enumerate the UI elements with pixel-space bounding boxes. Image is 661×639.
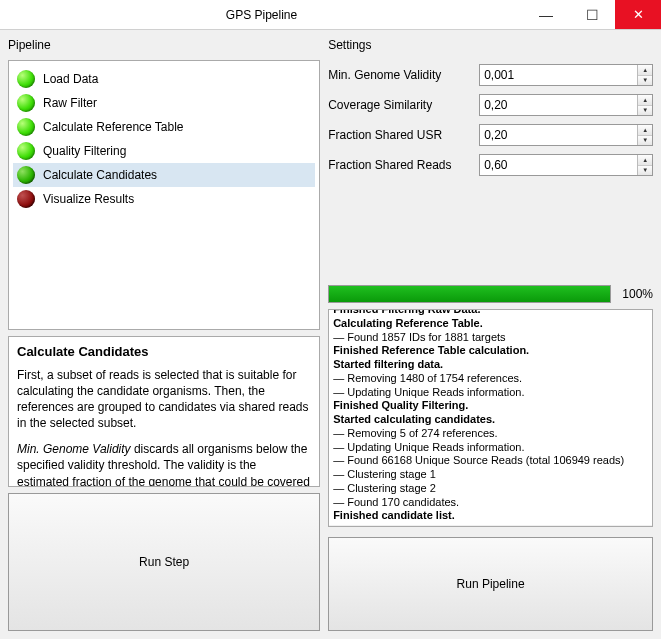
log-line: — Found 66168 Unique Source Reads (total…: [333, 454, 648, 468]
log-line: Finished Filtering Raw Data.: [333, 309, 648, 317]
desc-em-validity: Min. Genome Validity: [17, 442, 131, 456]
log-line: Finished Reference Table calculation.: [333, 344, 648, 358]
run-step-button[interactable]: Run Step: [8, 493, 320, 632]
setting-label: Fraction Shared USR: [328, 128, 473, 142]
setting-label: Min. Genome Validity: [328, 68, 473, 82]
setting-label: Fraction Shared Reads: [328, 158, 473, 172]
setting-spinner[interactable]: ▲▼: [479, 154, 653, 176]
setting-spinner[interactable]: ▲▼: [479, 64, 653, 86]
status-orb-icon: [17, 142, 35, 160]
window-title: GPS Pipeline: [0, 8, 523, 22]
spinner-down-icon[interactable]: ▼: [638, 106, 652, 116]
minimize-button[interactable]: —: [523, 0, 569, 29]
setting-spinner[interactable]: ▲▼: [479, 94, 653, 116]
log-line: — Found 170 candidates.: [333, 496, 648, 510]
status-orb-icon: [17, 70, 35, 88]
spinner-up-icon[interactable]: ▲: [638, 65, 652, 76]
pipeline-item-label: Quality Filtering: [43, 144, 126, 158]
settings-grid: Min. Genome Validity▲▼Coverage Similarit…: [328, 64, 653, 176]
pipeline-item-label: Calculate Candidates: [43, 168, 157, 182]
log-line: Finished Quality Filtering.: [333, 399, 648, 413]
description-title: Calculate Candidates: [17, 343, 311, 361]
log-line: — Updating Unique Reads information.: [333, 441, 648, 455]
spinner-up-icon[interactable]: ▲: [638, 125, 652, 136]
setting-input[interactable]: [480, 65, 637, 85]
progress-fill: [329, 286, 610, 302]
log-line: — Updating Unique Reads information.: [333, 386, 648, 400]
window-controls: — ☐ ✕: [523, 0, 661, 29]
pipeline-item-label: Load Data: [43, 72, 98, 86]
status-orb-icon: [17, 166, 35, 184]
status-orb-icon: [17, 118, 35, 136]
run-pipeline-button[interactable]: Run Pipeline: [328, 537, 653, 632]
log-line: Finished candidate list.: [333, 509, 648, 523]
pipeline-item-label: Raw Filter: [43, 96, 97, 110]
pipeline-item[interactable]: Calculate Candidates: [13, 163, 315, 187]
log-line: — Removing 1480 of 1754 references.: [333, 372, 648, 386]
pipeline-item[interactable]: Calculate Reference Table: [13, 115, 315, 139]
settings-label: Settings: [328, 38, 653, 52]
log-line: Started calculating candidates.: [333, 413, 648, 427]
pipeline-item-label: Visualize Results: [43, 192, 134, 206]
description-p1: First, a subset of reads is selected tha…: [17, 367, 311, 432]
maximize-button[interactable]: ☐: [569, 0, 615, 29]
log-line: — Found 1857 IDs for 1881 targets: [333, 331, 648, 345]
progress-wrap: 100%: [328, 285, 653, 303]
titlebar: GPS Pipeline — ☐ ✕: [0, 0, 661, 30]
setting-input[interactable]: [480, 125, 637, 145]
log-line: — Removing 5 of 274 references.: [333, 427, 648, 441]
progress-text: 100%: [617, 287, 653, 301]
pipeline-item[interactable]: Raw Filter: [13, 91, 315, 115]
setting-input[interactable]: [480, 95, 637, 115]
spinner-down-icon[interactable]: ▼: [638, 166, 652, 176]
setting-label: Coverage Similarity: [328, 98, 473, 112]
setting-spinner[interactable]: ▲▼: [479, 124, 653, 146]
log-line: Started filtering data.: [333, 358, 648, 372]
log-line: — Clustering stage 1: [333, 468, 648, 482]
spinner-up-icon[interactable]: ▲: [638, 155, 652, 166]
pipeline-list: Load DataRaw FilterCalculate Reference T…: [8, 60, 320, 330]
status-orb-icon: [17, 94, 35, 112]
pipeline-item[interactable]: Visualize Results: [13, 187, 315, 211]
spinner-up-icon[interactable]: ▲: [638, 95, 652, 106]
progress-bar: [328, 285, 611, 303]
status-orb-icon: [17, 190, 35, 208]
close-button[interactable]: ✕: [615, 0, 661, 29]
description-p2: Min. Genome Validity discards all organi…: [17, 441, 311, 486]
log-line: Calculating Reference Table.: [333, 317, 648, 331]
spinner-down-icon[interactable]: ▼: [638, 76, 652, 86]
log-box[interactable]: — Found 51802 reads with unique matches.…: [328, 309, 653, 527]
pipeline-item[interactable]: Quality Filtering: [13, 139, 315, 163]
log-line: — Clustering stage 2: [333, 482, 648, 496]
description-box: Calculate Candidates First, a subset of …: [8, 336, 320, 487]
pipeline-label: Pipeline: [8, 38, 320, 52]
pipeline-item[interactable]: Load Data: [13, 67, 315, 91]
setting-input[interactable]: [480, 155, 637, 175]
spinner-down-icon[interactable]: ▼: [638, 136, 652, 146]
pipeline-item-label: Calculate Reference Table: [43, 120, 184, 134]
